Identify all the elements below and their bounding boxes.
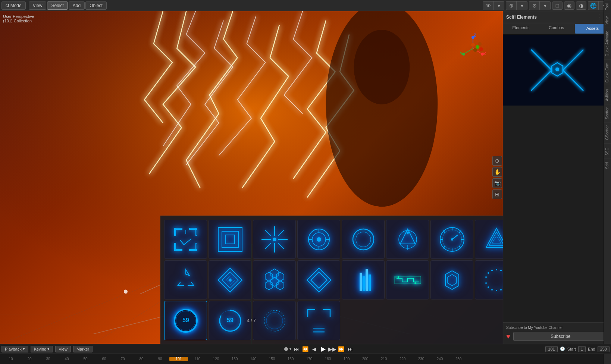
frame-10[interactable]: 10 — [1, 357, 20, 361]
svg-line-52 — [278, 243, 284, 249]
frame-200[interactable]: 200 — [356, 357, 375, 361]
svg-point-117 — [414, 282, 416, 284]
frame-30[interactable]: 30 — [39, 357, 57, 361]
asset-item-16[interactable] — [475, 260, 503, 299]
side-tab-scatter[interactable]: Scatter — [604, 104, 611, 122]
view-timeline-button[interactable]: View — [55, 346, 71, 352]
keying-button[interactable]: Keying▾ — [31, 346, 53, 352]
frame-dot-arrow[interactable]: ▾ — [289, 347, 291, 351]
frame-40[interactable]: 40 — [57, 357, 76, 361]
frame-50[interactable]: 50 — [76, 357, 95, 361]
frame-80[interactable]: 80 — [132, 357, 151, 361]
frame-101[interactable]: 101 — [169, 357, 188, 361]
marker-button[interactable]: Marker — [73, 346, 93, 352]
render-shading-icon[interactable]: ◉ — [564, 1, 574, 10]
side-tab-quake-animate[interactable]: Quake Animate — [604, 28, 611, 59]
frame-180[interactable]: 180 — [319, 357, 337, 361]
asset-item-5[interactable] — [342, 220, 385, 259]
next-keyframe-btn[interactable]: ⏩ — [338, 345, 345, 353]
hand-icon[interactable]: ✋ — [492, 167, 502, 177]
mode-button[interactable]: ct Mode — [1, 1, 26, 10]
asset-item-20[interactable] — [297, 301, 340, 340]
frame-110[interactable]: 110 — [188, 357, 207, 361]
collection-label: (101) Collection — [3, 19, 34, 23]
asset-item-7[interactable] — [430, 220, 473, 259]
asset-item-19[interactable] — [253, 301, 296, 340]
render-icon[interactable]: 🌐 — [588, 1, 599, 10]
eye-icon[interactable]: 👁 — [483, 1, 494, 10]
chevron-down-icon[interactable]: ▾ — [494, 1, 504, 10]
add-button[interactable]: Add — [69, 1, 85, 10]
svg-line-5 — [464, 48, 473, 54]
prev-keyframe-btn[interactable]: ⏪ — [302, 345, 309, 353]
side-tab-ssgi[interactable]: SSGI — [604, 143, 611, 159]
cursor-icon[interactable]: ⊙ — [492, 156, 502, 166]
asset-item-9[interactable] — [164, 260, 207, 299]
frame-220[interactable]: 220 — [393, 357, 412, 361]
jump-to-end-btn[interactable]: ⏭ — [347, 345, 354, 353]
asset-item-6[interactable] — [386, 220, 429, 259]
play-btn[interactable]: ▶ — [320, 345, 327, 353]
asset-item-1[interactable] — [164, 220, 207, 259]
timeline-track: 10 20 30 40 50 60 70 80 90 101 110 120 1… — [0, 354, 611, 364]
select-button[interactable]: Select — [47, 1, 68, 10]
asset-item-10[interactable] — [209, 260, 251, 299]
asset-item-8[interactable] — [475, 220, 503, 259]
asset-item-18[interactable]: 59 — [209, 301, 251, 340]
asset-item-17[interactable]: 59 — [164, 301, 207, 340]
chevron-down-icon2[interactable]: ▾ — [517, 1, 527, 10]
viewport[interactable]: User Perspective (101) Collection Z X Y — [0, 11, 503, 344]
frame-170[interactable]: 170 — [300, 357, 319, 361]
side-tab-gscatter[interactable]: GScatter — [604, 122, 611, 143]
asset-item-3[interactable] — [253, 220, 296, 259]
frame-60[interactable]: 60 — [95, 357, 113, 361]
solid-shading-icon[interactable]: □ — [552, 1, 563, 10]
frame-150[interactable]: 150 — [263, 357, 281, 361]
asset-item-14[interactable] — [386, 260, 429, 299]
svg-point-46 — [273, 238, 276, 241]
frame-250[interactable]: 250 — [449, 357, 468, 361]
asset-item-12[interactable] — [297, 260, 340, 299]
svg-point-1 — [326, 11, 438, 207]
overlay-icon[interactable]: ⊗ — [529, 1, 540, 10]
frame-20[interactable]: 20 — [20, 357, 39, 361]
frame-240[interactable]: 240 — [430, 357, 449, 361]
side-tab-scifi[interactable]: Scifi — [604, 159, 611, 172]
next-frame-btn[interactable]: ▶▶ — [329, 345, 336, 353]
svg-point-120 — [496, 269, 497, 270]
svg-marker-80 — [486, 228, 503, 248]
asset-item-15[interactable] — [430, 260, 473, 299]
grid-icon[interactable]: ⊞ — [492, 189, 502, 199]
tab-elements[interactable]: Elements — [503, 23, 539, 34]
frame-90[interactable]: 90 — [151, 357, 169, 361]
asset-item-11[interactable] — [253, 260, 296, 299]
playback-button[interactable]: Playback▾ — [1, 346, 28, 352]
asset-item-2[interactable] — [209, 220, 251, 259]
frame-160[interactable]: 160 — [281, 357, 300, 361]
jump-to-start-btn[interactable]: ⏮ — [293, 345, 300, 353]
side-tab-aviition[interactable]: Aviition — [604, 86, 611, 104]
tab-combos[interactable]: Combos — [539, 23, 574, 34]
subscribe-button[interactable]: Subscribe — [513, 332, 608, 341]
material-shading-icon[interactable]: ◑ — [576, 1, 586, 10]
frame-190[interactable]: 190 — [337, 357, 356, 361]
view-button[interactable]: View — [29, 1, 47, 10]
asset-item-4[interactable] — [297, 220, 340, 259]
prev-frame-btn[interactable]: ◀ — [311, 345, 318, 353]
chevron-down-icon3[interactable]: ▾ — [540, 1, 550, 10]
frame-dot[interactable] — [284, 347, 288, 351]
frame-120[interactable]: 120 — [207, 357, 225, 361]
side-tab-view[interactable]: View — [604, 13, 611, 28]
frame-140[interactable]: 140 — [244, 357, 263, 361]
asset-item-13[interactable] — [342, 260, 385, 299]
gizmo-icon[interactable]: ⊕ — [506, 1, 517, 10]
frame-130[interactable]: 130 — [225, 357, 244, 361]
object-button[interactable]: Object — [85, 1, 107, 10]
side-tab-quake-cam[interactable]: Quake Cam — [604, 59, 611, 85]
frame-230[interactable]: 230 — [412, 357, 430, 361]
heart-icon: ♥ — [506, 333, 510, 341]
side-tab-tool[interactable]: Tool — [604, 0, 611, 13]
camera-icon[interactable]: 📷 — [492, 178, 502, 188]
frame-70[interactable]: 70 — [113, 357, 132, 361]
frame-210[interactable]: 210 — [375, 357, 393, 361]
